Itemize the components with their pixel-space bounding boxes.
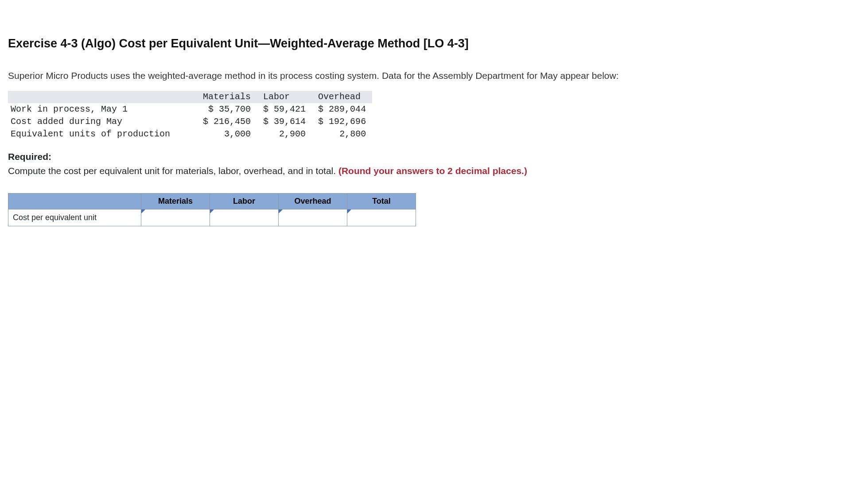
required-hint: (Round your answers to 2 decimal places.… [338, 166, 527, 176]
data-header-overhead: Overhead [312, 91, 372, 103]
input-marker-icon [141, 209, 145, 213]
data-header-materials: Materials [197, 91, 257, 103]
answer-header-blank [8, 193, 141, 209]
required-text: Compute the cost per equivalent unit for… [8, 164, 855, 177]
row-label: Cost added during May [8, 116, 197, 128]
table-row: Cost added during May $ 216,450 $ 39,614… [8, 116, 372, 128]
cell-labor: 2,900 [257, 128, 312, 140]
row-label: Work in process, May 1 [8, 103, 197, 116]
input-marker-icon [279, 209, 283, 213]
required-label: Required: [8, 150, 855, 163]
total-input[interactable] [347, 209, 416, 226]
exercise-title: Exercise 4-3 (Algo) Cost per Equivalent … [8, 35, 855, 52]
cell-materials: $ 35,700 [197, 103, 257, 116]
data-table: Materials Labor Overhead Work in process… [8, 91, 372, 140]
cell-labor: $ 39,614 [257, 116, 312, 128]
cell-overhead: $ 289,044 [312, 103, 372, 116]
cell-materials: $ 216,450 [197, 116, 257, 128]
answer-row-label: Cost per equivalent unit [8, 209, 141, 226]
answer-table: Materials Labor Overhead Total Cost per … [8, 193, 416, 226]
answer-row: Cost per equivalent unit [8, 209, 416, 226]
answer-header-total: Total [347, 193, 416, 209]
cell-labor: $ 59,421 [257, 103, 312, 116]
data-header-labor: Labor [257, 91, 312, 103]
answer-cell-labor[interactable] [210, 209, 279, 226]
cell-overhead: $ 192,696 [312, 116, 372, 128]
answer-cell-overhead[interactable] [279, 209, 347, 226]
table-row: Equivalent units of production 3,000 2,9… [8, 128, 372, 140]
answer-header-materials: Materials [141, 193, 210, 209]
required-instruction: Compute the cost per equivalent unit for… [8, 166, 338, 176]
answer-cell-total[interactable] [347, 209, 416, 226]
data-header-blank [8, 91, 197, 103]
cell-materials: 3,000 [197, 128, 257, 140]
answer-cell-materials[interactable] [141, 209, 210, 226]
row-label: Equivalent units of production [8, 128, 197, 140]
input-marker-icon [210, 209, 214, 213]
labor-input[interactable] [210, 209, 278, 226]
overhead-input[interactable] [279, 209, 347, 226]
intro-text: Superior Micro Products uses the weighte… [8, 69, 628, 82]
answer-header-labor: Labor [210, 193, 279, 209]
answer-header-overhead: Overhead [279, 193, 347, 209]
input-marker-icon [347, 209, 351, 213]
materials-input[interactable] [141, 209, 210, 226]
cell-overhead: 2,800 [312, 128, 372, 140]
table-row: Work in process, May 1 $ 35,700 $ 59,421… [8, 103, 372, 116]
